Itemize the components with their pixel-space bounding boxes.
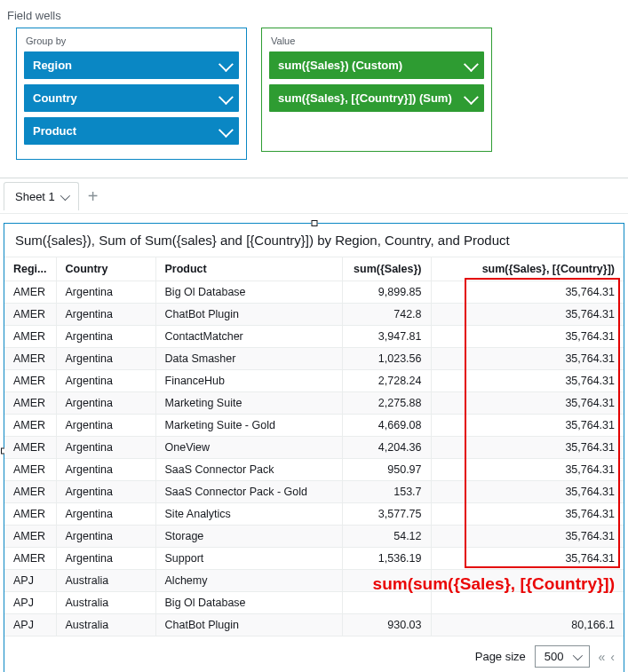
table-row[interactable]: AMERArgentinaSite Analytics3,577.7535,76… — [4, 503, 624, 526]
cell-product: ChatBot Plugin — [155, 304, 342, 326]
cell-sum1: 9,899.85 — [342, 281, 431, 304]
add-sheet-button[interactable]: + — [79, 187, 107, 205]
cell-region: AMER — [4, 304, 56, 326]
cell-country: Australia — [56, 592, 155, 614]
table-row[interactable]: AMERArgentinaContactMatcher3,947.8135,76… — [4, 326, 624, 348]
col-header-product[interactable]: Product — [155, 257, 342, 281]
value-title: Value — [269, 36, 484, 46]
cell-sum2: 35,764.31 — [431, 503, 624, 526]
field-wells-row: Group by Region Country Product Value su… — [0, 28, 628, 172]
cell-product: Data Smasher — [155, 348, 342, 370]
cell-country: Argentina — [56, 370, 155, 392]
cell-sum1: 930.03 — [342, 614, 431, 636]
cell-region: AMER — [4, 459, 56, 481]
cell-country: Argentina — [56, 392, 155, 415]
cell-product: Big Ol Database — [155, 592, 342, 614]
cell-product: SaaS Connector Pack - Gold — [155, 481, 342, 503]
visual-container[interactable]: Sum({sales}), Sum of Sum({sales} and [{C… — [4, 223, 624, 672]
chevron-down-icon — [219, 123, 234, 138]
table-row[interactable]: AMERArgentinaStorage54.1235,764.31 — [4, 526, 624, 548]
col-header-country[interactable]: Country — [56, 257, 155, 281]
cell-region: APJ — [4, 592, 56, 614]
col-header-sum2[interactable]: sum({Sales}, [{Country}]) — [431, 257, 624, 281]
table-row[interactable]: APJAustraliaChatBot Plugin930.0380,166.1 — [4, 614, 624, 636]
cell-region: AMER — [4, 526, 56, 548]
table-row[interactable]: AMERArgentinaMarketing Suite - Gold4,669… — [4, 415, 624, 437]
cell-country: Argentina — [56, 481, 155, 503]
cell-sum1: 2,275.88 — [342, 392, 431, 415]
table-row[interactable]: AMERArgentinaSaaS Connector Pack - Gold1… — [4, 481, 624, 503]
cell-country: Argentina — [56, 415, 155, 437]
cell-product: Alchemy — [155, 570, 342, 592]
cell-sum1: 1,023.56 — [342, 348, 431, 370]
cell-sum2: 35,764.31 — [431, 437, 624, 459]
chevron-down-icon — [219, 90, 234, 105]
pill-label: sum({Sales}) (Custom) — [278, 59, 402, 72]
resize-handle-top[interactable] — [311, 220, 317, 226]
group-by-title: Group by — [24, 36, 239, 46]
cell-region: AMER — [4, 503, 56, 526]
page-size-label: Page size — [475, 650, 526, 663]
cell-country: Argentina — [56, 548, 155, 570]
cell-product: FinanceHub — [155, 370, 342, 392]
pager: Page size 500 « ‹ — [4, 636, 624, 672]
table-row[interactable]: AMERArgentinaSaaS Connector Pack950.9735… — [4, 459, 624, 481]
cell-country: Argentina — [56, 348, 155, 370]
table-row[interactable]: AMERArgentinaMarketing Suite2,275.8835,7… — [4, 392, 624, 415]
cell-region: AMER — [4, 392, 56, 415]
cell-country: Argentina — [56, 437, 155, 459]
sheet-tab-label: Sheet 1 — [15, 190, 55, 203]
cell-region: AMER — [4, 281, 56, 304]
field-wells-label: Field wells — [0, 0, 628, 28]
table-header-row: Regi... Country Product sum({Sales}) sum… — [4, 257, 624, 281]
cell-sum2: 35,764.31 — [431, 415, 624, 437]
chevron-down-icon — [464, 57, 479, 72]
group-by-well: Group by Region Country Product — [16, 28, 247, 160]
group-pill-region[interactable]: Region — [24, 51, 239, 79]
cell-product: Storage — [155, 526, 342, 548]
table-row[interactable]: AMERArgentinaChatBot Plugin742.835,764.3… — [4, 304, 624, 326]
table-row[interactable]: AMERArgentinaBig Ol Database9,899.8535,7… — [4, 281, 624, 304]
table-row[interactable]: AMERArgentinaData Smasher1,023.5635,764.… — [4, 348, 624, 370]
first-page-icon[interactable]: « — [599, 650, 606, 664]
cell-country: Argentina — [56, 459, 155, 481]
pill-label: Product — [33, 124, 76, 138]
cell-product: ContactMatcher — [155, 326, 342, 348]
cell-region: APJ — [4, 614, 56, 636]
page-size-select[interactable]: 500 — [535, 645, 590, 668]
cell-product: SaaS Connector Pack — [155, 459, 342, 481]
cell-product: Marketing Suite — [155, 392, 342, 415]
value-pill-sum-country[interactable]: sum({Sales}, [{Country}]) (Sum) — [269, 84, 484, 112]
pill-label: Region — [33, 59, 72, 72]
cell-sum1: 54.12 — [342, 526, 431, 548]
value-pill-sum-custom[interactable]: sum({Sales}) (Custom) — [269, 51, 484, 79]
col-header-region[interactable]: Regi... — [4, 257, 56, 281]
cell-sum1: 153.7 — [342, 481, 431, 503]
cell-region: AMER — [4, 548, 56, 570]
cell-product: ChatBot Plugin — [155, 614, 342, 636]
chevron-down-icon — [464, 90, 479, 105]
cell-sum2: 35,764.31 — [431, 370, 624, 392]
sheet-tab-1[interactable]: Sheet 1 — [4, 182, 79, 210]
pill-label: Country — [33, 91, 77, 105]
cell-country: Argentina — [56, 326, 155, 348]
cell-region: AMER — [4, 348, 56, 370]
chevron-down-icon — [572, 650, 582, 660]
annotation-text: sum(sum({Sales}, [{Country}]) — [373, 574, 615, 594]
table-row[interactable]: AMERArgentinaFinanceHub2,728.2435,764.31 — [4, 370, 624, 392]
group-pill-country[interactable]: Country — [24, 84, 239, 112]
group-pill-product[interactable]: Product — [24, 117, 239, 145]
table-row[interactable]: AMERArgentinaOneView4,204.3635,764.31 — [4, 437, 624, 459]
pill-label: sum({Sales}, [{Country}]) (Sum) — [278, 91, 452, 105]
cell-sum1: 1,536.19 — [342, 548, 431, 570]
cell-region: AMER — [4, 326, 56, 348]
table-row[interactable]: APJAustraliaBig Ol Database — [4, 592, 624, 614]
cell-sum2: 35,764.31 — [431, 459, 624, 481]
paging-arrows: « ‹ — [599, 650, 615, 664]
cell-country: Argentina — [56, 304, 155, 326]
page-size-value: 500 — [545, 650, 564, 663]
prev-page-icon[interactable]: ‹ — [610, 650, 615, 664]
cell-sum2: 35,764.31 — [431, 548, 624, 570]
col-header-sum1[interactable]: sum({Sales}) — [342, 257, 431, 281]
table-row[interactable]: AMERArgentinaSupport1,536.1935,764.31 — [4, 548, 624, 570]
